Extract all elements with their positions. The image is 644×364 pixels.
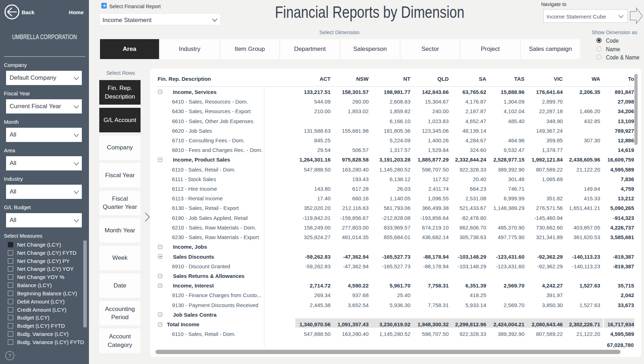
svg-text:?: ? xyxy=(9,353,11,359)
